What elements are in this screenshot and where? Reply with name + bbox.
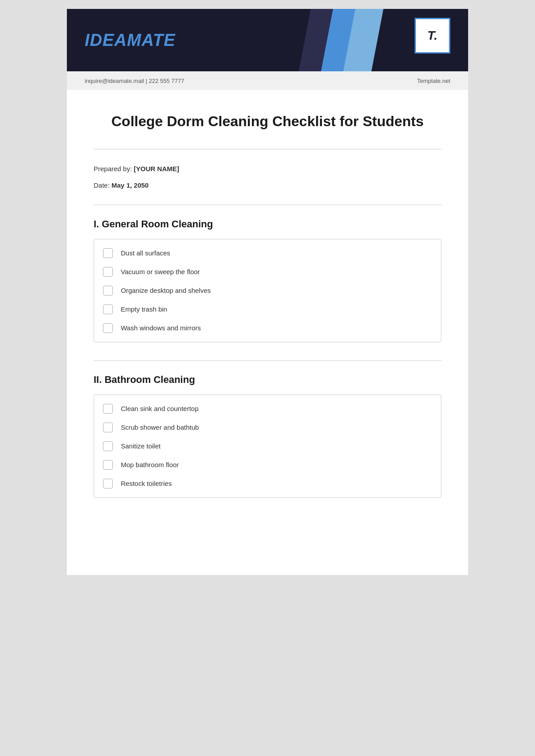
checkbox-7[interactable] [103, 423, 113, 432]
list-item: Vacuum or sweep the floor [103, 263, 432, 281]
meta-prepared-by: Prepared by: [YOUR NAME] [94, 163, 441, 175]
list-item: Scrub shower and bathtub [103, 418, 432, 437]
sub-header: inquire@ideamate.mail | 222 555 7777 Tem… [67, 71, 468, 90]
item-text: Empty trash bin [121, 305, 167, 313]
section-general-heading: I. General Room Cleaning [94, 218, 441, 230]
list-item: Dust all surfaces [103, 244, 432, 263]
list-item: Clean sink and countertop [103, 399, 432, 418]
item-text: Dust all surfaces [121, 249, 170, 257]
item-text: Vacuum or sweep the floor [121, 268, 200, 275]
checkbox-2[interactable] [103, 267, 113, 277]
list-item: Organize desktop and shelves [103, 281, 432, 300]
checklist-bathroom: Clean sink and countertop Scrub shower a… [94, 394, 441, 498]
checklist-general: Dust all surfaces Vacuum or sweep the fl… [94, 239, 441, 342]
date-value: May 1, 2050 [111, 181, 148, 189]
checkbox-5[interactable] [103, 323, 113, 333]
list-item: Empty trash bin [103, 300, 432, 319]
divider-1 [94, 149, 441, 149]
logo-text: IDEAMATE [85, 31, 176, 49]
checkbox-6[interactable] [103, 404, 113, 414]
list-item: Restock toiletries [103, 474, 432, 493]
divider-3 [94, 360, 441, 361]
item-text: Scrub shower and bathtub [121, 423, 199, 431]
item-text: Sanitize toilet [121, 442, 160, 450]
header-shapes [290, 9, 388, 71]
main-title: College Dorm Cleaning Checklist for Stud… [94, 112, 441, 131]
item-text: Wash windows and mirrors [121, 324, 201, 332]
template-logo-letter: T. [428, 29, 438, 43]
item-text: Clean sink and countertop [121, 405, 198, 412]
section-general: I. General Room Cleaning Dust all surfac… [94, 218, 441, 342]
item-text: Restock toiletries [121, 480, 172, 487]
item-text: Mop bathroom floor [121, 461, 179, 468]
checkbox-4[interactable] [103, 304, 113, 314]
list-item: Wash windows and mirrors [103, 319, 432, 337]
meta-date: Date: May 1, 2050 [94, 179, 441, 191]
header-logo: IDEAMATE [85, 31, 176, 50]
checkbox-3[interactable] [103, 286, 113, 296]
page: IDEAMATE T. inquire@ideamate.mail | 222 … [67, 9, 468, 575]
checkbox-9[interactable] [103, 460, 113, 470]
list-item: Mop bathroom floor [103, 456, 432, 474]
item-text: Organize desktop and shelves [121, 287, 211, 294]
prepared-by-value: [YOUR NAME] [134, 165, 179, 173]
contact-info: inquire@ideamate.mail | 222 555 7777 [85, 78, 184, 84]
checkbox-8[interactable] [103, 441, 113, 451]
section-bathroom: II. Bathroom Cleaning Clean sink and cou… [94, 374, 441, 498]
section-bathroom-heading: II. Bathroom Cleaning [94, 374, 441, 386]
checkbox-1[interactable] [103, 248, 113, 258]
date-label: Date: [94, 181, 111, 189]
checkbox-10[interactable] [103, 479, 113, 489]
header: IDEAMATE T. [67, 9, 468, 71]
template-logo-box: T. [415, 18, 450, 53]
list-item: Sanitize toilet [103, 437, 432, 456]
template-site: Template.net [417, 78, 450, 84]
prepared-by-label: Prepared by: [94, 165, 134, 173]
divider-2 [94, 205, 441, 205]
content-area: College Dorm Cleaning Checklist for Stud… [67, 90, 468, 542]
